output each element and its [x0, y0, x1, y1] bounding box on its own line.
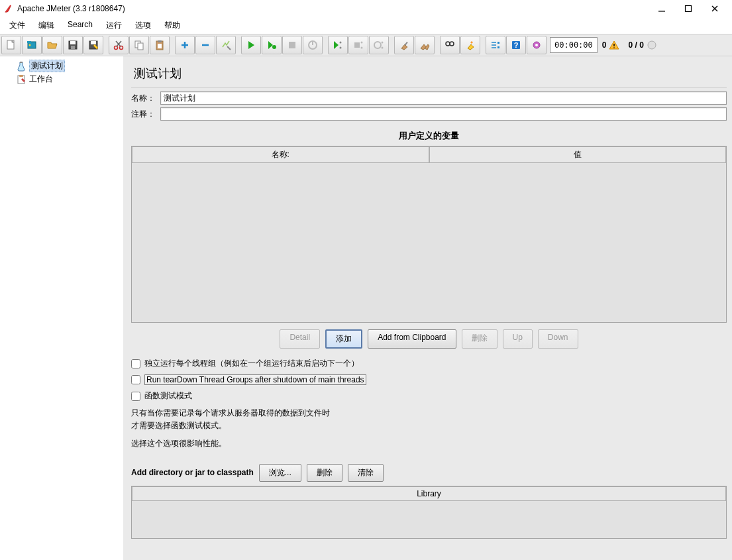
- function-helper-button[interactable]: [486, 36, 505, 54]
- remote-stop-button[interactable]: [348, 36, 368, 54]
- panel-title: 测试计划: [131, 62, 727, 87]
- browse-button[interactable]: 浏览...: [259, 464, 301, 482]
- remote-start-button[interactable]: [328, 36, 348, 54]
- up-button[interactable]: Up: [503, 329, 533, 349]
- save-as-button[interactable]: [83, 36, 103, 54]
- svg-point-7: [29, 44, 31, 46]
- svg-text:?: ?: [514, 41, 519, 49]
- add-button[interactable]: 添加: [325, 329, 362, 349]
- vars-col-name[interactable]: 名称:: [132, 146, 429, 163]
- name-label: 名称：: [131, 93, 156, 104]
- teardown-checkbox[interactable]: [131, 375, 140, 384]
- titlebar: Apache JMeter (3.3 r1808647): [0, 0, 732, 17]
- tree-item-workbench[interactable]: 工作台: [1, 73, 122, 85]
- close-button[interactable]: [702, 0, 728, 17]
- minimize-button[interactable]: [649, 0, 675, 17]
- svg-point-50: [535, 44, 538, 46]
- library-header[interactable]: Library: [132, 486, 726, 501]
- svg-rect-56: [19, 75, 23, 77]
- svg-line-15: [117, 41, 121, 46]
- svg-rect-6: [27, 41, 31, 43]
- svg-point-40: [450, 42, 454, 46]
- menu-edit[interactable]: 编辑: [33, 19, 60, 32]
- toolbar: ? 00:00:00 0 0 / 0: [0, 34, 732, 56]
- cut-button[interactable]: [109, 36, 129, 54]
- svg-rect-45: [497, 42, 499, 44]
- clear-button[interactable]: [394, 36, 414, 54]
- collapse-button[interactable]: [195, 36, 215, 54]
- maximize-button[interactable]: [675, 0, 702, 17]
- svg-rect-38: [404, 42, 407, 46]
- serial-checkbox[interactable]: [131, 359, 140, 368]
- svg-point-34: [361, 47, 363, 49]
- menu-options[interactable]: 选项: [130, 19, 156, 32]
- clear-classpath-button[interactable]: 清除: [348, 464, 384, 482]
- new-button[interactable]: [1, 36, 21, 54]
- svg-rect-21: [158, 44, 162, 48]
- menu-help[interactable]: 帮助: [159, 19, 185, 32]
- reset-search-button[interactable]: [460, 36, 480, 54]
- library-body[interactable]: [132, 501, 726, 538]
- name-input[interactable]: [160, 91, 727, 105]
- svg-rect-54: [20, 62, 23, 63]
- functional-check-row: 函数测试模式: [131, 390, 727, 402]
- search-button[interactable]: [440, 36, 460, 54]
- tree-item-label: 工作台: [29, 74, 53, 85]
- svg-point-31: [340, 47, 342, 49]
- vars-table: 名称: 值: [131, 146, 727, 323]
- menu-file[interactable]: 文件: [4, 19, 30, 32]
- vars-section-header: 用户定义的变量: [131, 123, 727, 146]
- down-button[interactable]: Down: [538, 329, 578, 349]
- save-button[interactable]: [63, 36, 83, 54]
- elapsed-time: 00:00:00: [550, 37, 598, 53]
- clear-all-button[interactable]: [415, 36, 435, 54]
- menu-run[interactable]: 运行: [101, 19, 127, 32]
- svg-point-53: [648, 41, 656, 49]
- tree-item-test-plan[interactable]: 测试计划: [1, 59, 122, 73]
- delete-button[interactable]: 删除: [462, 329, 497, 349]
- content-panel: 测试计划 名称： 注释： 用户定义的变量 名称: 值 Detail 添加 Add…: [126, 56, 732, 560]
- open-button[interactable]: [42, 36, 62, 54]
- svg-point-36: [382, 42, 384, 44]
- svg-point-30: [340, 42, 342, 44]
- svg-point-37: [382, 47, 384, 49]
- stop-button[interactable]: [282, 36, 302, 54]
- clipboard-icon: [16, 74, 26, 85]
- menu-search[interactable]: Search: [62, 19, 98, 32]
- expand-button[interactable]: [175, 36, 195, 54]
- paste-button[interactable]: [150, 36, 170, 54]
- tree-item-label: 测试计划: [29, 60, 65, 72]
- functional-label: 函数测试模式: [144, 390, 192, 402]
- app-icon: [4, 4, 13, 13]
- svg-point-33: [361, 42, 363, 44]
- help-button[interactable]: ?: [506, 36, 526, 54]
- window-title: Apache JMeter (3.3 r1808647): [17, 4, 649, 13]
- comment-input[interactable]: [160, 107, 727, 121]
- add-clipboard-button[interactable]: Add from Clipboard: [368, 329, 456, 349]
- status-icon: [647, 40, 657, 50]
- detail-button[interactable]: Detail: [280, 329, 320, 349]
- toggle-button[interactable]: [216, 36, 236, 54]
- start-button[interactable]: [241, 36, 261, 54]
- menubar: 文件 编辑 Search 运行 选项 帮助: [0, 17, 732, 34]
- remote-shutdown-button[interactable]: [369, 36, 389, 54]
- dev-button[interactable]: [527, 36, 547, 54]
- warning-count: 0: [602, 40, 607, 50]
- svg-rect-20: [158, 40, 162, 42]
- shutdown-button[interactable]: [303, 36, 323, 54]
- library-table: Library: [131, 486, 727, 539]
- svg-rect-12: [91, 41, 96, 44]
- classpath-delete-button[interactable]: 删除: [307, 464, 342, 482]
- vars-col-value[interactable]: 值: [429, 146, 727, 163]
- tree-panel: 测试计划 工作台: [0, 56, 126, 560]
- thread-count: 0 / 0: [628, 40, 643, 50]
- functional-checkbox[interactable]: [131, 392, 140, 401]
- start-no-pause-button[interactable]: [262, 36, 282, 54]
- classpath-label: Add directory or jar to classpath: [131, 468, 254, 477]
- svg-rect-10: [71, 46, 75, 49]
- templates-button[interactable]: [22, 36, 42, 54]
- comment-label: 注释：: [131, 109, 156, 120]
- svg-rect-18: [138, 43, 143, 50]
- copy-button[interactable]: [129, 36, 149, 54]
- vars-body[interactable]: [132, 163, 726, 322]
